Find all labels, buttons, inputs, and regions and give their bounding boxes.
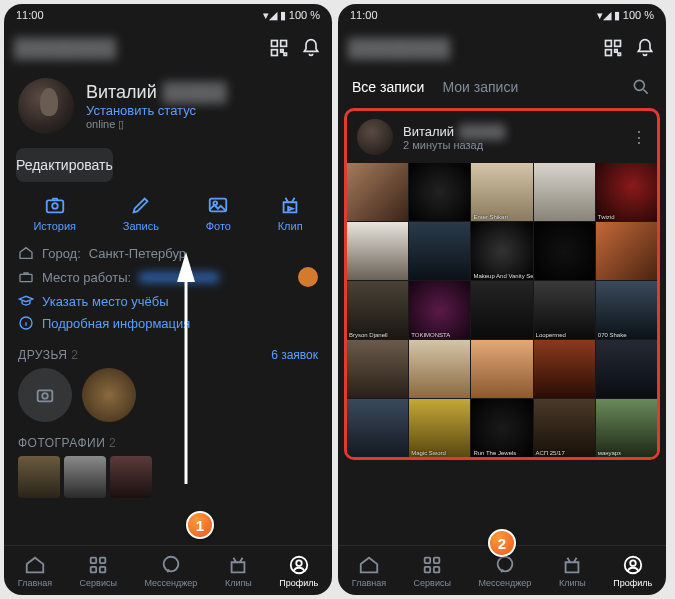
status-bar: 11:00 ▾◢ ▮ 100 % xyxy=(4,4,332,26)
grid-photo[interactable] xyxy=(471,340,532,398)
work-label: Место работы: xyxy=(42,270,131,285)
bell-icon[interactable] xyxy=(300,37,322,59)
grid-photo[interactable]: Enter Shikari xyxy=(471,163,532,221)
svg-point-4 xyxy=(52,203,58,209)
action-story[interactable]: История xyxy=(33,194,76,232)
work-badge-icon xyxy=(298,267,318,287)
grid-photo[interactable]: Loopermed xyxy=(534,281,595,339)
svg-rect-25 xyxy=(425,566,431,572)
bell-icon[interactable] xyxy=(634,37,656,59)
info-education[interactable]: Указать место учёбы xyxy=(4,290,332,312)
profile-scroll[interactable]: Виталий █████ Установить статус online ▯… xyxy=(4,70,332,545)
friend-2[interactable] xyxy=(82,368,136,422)
grid-photo[interactable]: TOKIMONSTA xyxy=(409,281,470,339)
svg-point-15 xyxy=(164,556,179,571)
grid-photo[interactable] xyxy=(409,163,470,221)
action-photo[interactable]: Фото xyxy=(206,194,231,232)
tab-my-posts[interactable]: Мои записи xyxy=(442,79,518,95)
nav-messenger[interactable]: Мессенджер xyxy=(478,554,531,588)
grid-photo[interactable]: 070 Shake xyxy=(596,281,657,339)
search-icon[interactable] xyxy=(630,76,652,98)
profile-first-name: Виталий xyxy=(86,82,157,103)
edit-profile-button[interactable]: Редактировать xyxy=(16,148,113,182)
photo-caption: TOKIMONSTA xyxy=(411,332,450,338)
grid-photo[interactable] xyxy=(347,399,408,457)
photo-caption: Run The Jewels xyxy=(473,450,516,456)
services-icon xyxy=(421,554,443,576)
photo-thumb[interactable] xyxy=(110,456,152,498)
grid-photo[interactable] xyxy=(534,222,595,280)
set-status-link[interactable]: Установить статус xyxy=(86,103,227,118)
grid-photo[interactable]: Makeup And Vanity Set xyxy=(471,222,532,280)
nav-clips[interactable]: Клипы xyxy=(225,554,252,588)
post-avatar[interactable] xyxy=(357,119,393,155)
nav-services[interactable]: Сервисы xyxy=(80,554,117,588)
grid-photo[interactable] xyxy=(596,340,657,398)
picture-icon xyxy=(207,194,229,216)
friend-1[interactable] xyxy=(18,368,72,422)
nav-profile[interactable]: Профиль xyxy=(279,554,318,588)
grid-photo[interactable] xyxy=(534,340,595,398)
grid-photo[interactable]: мануарз xyxy=(596,399,657,457)
grid-photo[interactable] xyxy=(347,340,408,398)
grid-photo[interactable]: Bryson Djanell xyxy=(347,281,408,339)
svg-rect-1 xyxy=(281,41,287,47)
svg-point-10 xyxy=(42,393,48,399)
post-author[interactable]: Виталий █████ xyxy=(403,124,505,139)
feed-scroll[interactable]: Виталий █████ 2 минуты назад ⋮ Enter Shi… xyxy=(338,108,666,545)
avatar[interactable] xyxy=(18,78,74,134)
post-more-icon[interactable]: ⋮ xyxy=(631,128,647,147)
svg-rect-23 xyxy=(425,557,431,563)
work-value-blurred xyxy=(139,272,219,283)
online-text: online xyxy=(86,118,115,130)
nav-home[interactable]: Главная xyxy=(352,554,386,588)
tab-all-posts[interactable]: Все записи xyxy=(352,79,424,95)
grid-photo[interactable]: Magic Sword xyxy=(409,399,470,457)
friends-row xyxy=(4,368,332,422)
grid-photo[interactable]: АСП 25/17 xyxy=(534,399,595,457)
svg-rect-26 xyxy=(434,566,440,572)
battery-icon: ▮ xyxy=(614,9,620,22)
info-details[interactable]: Подробная информация xyxy=(4,312,332,334)
action-post[interactable]: Запись xyxy=(123,194,159,232)
profile-name: Виталий █████ xyxy=(86,82,227,103)
grid-photo[interactable]: Twizid xyxy=(596,163,657,221)
info-city: Город: Санкт-Петербур xyxy=(4,242,332,264)
pencil-icon xyxy=(130,194,152,216)
nav-clips[interactable]: Клипы xyxy=(559,554,586,588)
nav-clips-label: Клипы xyxy=(225,578,252,588)
nav-home[interactable]: Главная xyxy=(18,554,52,588)
post-time: 2 минуты назад xyxy=(403,139,505,151)
svg-point-17 xyxy=(296,560,302,566)
nav-messenger[interactable]: Мессенджер xyxy=(144,554,197,588)
action-row: История Запись Фото Клип xyxy=(4,192,332,242)
svg-rect-24 xyxy=(434,557,440,563)
photo-thumb[interactable] xyxy=(64,456,106,498)
post-highlight-frame: Виталий █████ 2 минуты назад ⋮ Enter Shi… xyxy=(344,108,660,460)
friends-title: ДРУЗЬЯ 2 xyxy=(18,348,79,362)
photos-title: ФОТОГРАФИИ 2 xyxy=(18,436,116,450)
qr-icon[interactable] xyxy=(602,37,624,59)
grid-photo[interactable] xyxy=(409,222,470,280)
photo-thumb[interactable] xyxy=(18,456,60,498)
city-value: Санкт-Петербур xyxy=(89,246,186,261)
online-status: online ▯ xyxy=(86,118,227,131)
photo-caption: Enter Shikari xyxy=(473,214,507,220)
wifi-icon: ▾◢ xyxy=(263,9,277,22)
grid-photo[interactable] xyxy=(534,163,595,221)
friend-requests-link[interactable]: 6 заявок xyxy=(271,348,318,362)
nav-messenger-label: Мессенджер xyxy=(144,578,197,588)
grid-photo[interactable] xyxy=(347,163,408,221)
nav-profile[interactable]: Профиль xyxy=(613,554,652,588)
grid-photo[interactable] xyxy=(347,222,408,280)
qr-icon[interactable] xyxy=(268,37,290,59)
grid-photo[interactable] xyxy=(471,281,532,339)
grid-photo[interactable] xyxy=(409,340,470,398)
grid-photo[interactable] xyxy=(596,222,657,280)
action-clip[interactable]: Клип xyxy=(278,194,303,232)
battery-icon: ▮ xyxy=(280,9,286,22)
nav-services[interactable]: Сервисы xyxy=(414,554,451,588)
nav-home-label: Главная xyxy=(352,578,386,588)
grid-photo[interactable]: Run The Jewels xyxy=(471,399,532,457)
battery-pct: 100 % xyxy=(289,9,320,21)
